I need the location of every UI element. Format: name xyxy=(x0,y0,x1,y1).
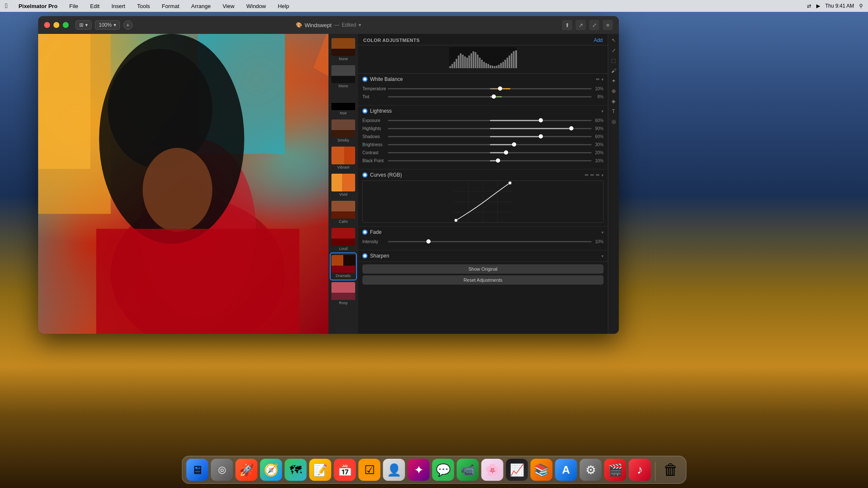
dock-maps[interactable]: 🗺 xyxy=(285,459,307,481)
tool-color-picker[interactable]: ◎ xyxy=(609,117,618,126)
curves-channel1[interactable]: ✏ xyxy=(590,172,594,178)
menu-format[interactable]: Format xyxy=(159,2,182,10)
preset-calm[interactable]: Calm xyxy=(331,199,356,225)
tool-move[interactable]: ↖ xyxy=(609,36,618,45)
share-button[interactable]: ⬆ xyxy=(562,20,572,30)
dock-calendar[interactable]: 📅 xyxy=(334,459,356,481)
crop-button[interactable]: ⤢ xyxy=(589,20,599,30)
menubar-search[interactable]: ⚲ xyxy=(859,3,863,9)
dock-finder[interactable]: 🖥 xyxy=(186,459,209,481)
menu-view[interactable]: View xyxy=(220,2,237,10)
show-original-button[interactable]: Show Original xyxy=(362,264,604,274)
preset-loud[interactable]: Loud xyxy=(331,226,356,252)
blackpoint-slider[interactable] xyxy=(388,158,592,164)
fade-toggle[interactable] xyxy=(362,230,367,235)
exposure-slider[interactable] xyxy=(388,117,592,123)
preset-vibrant[interactable]: Vibrant xyxy=(331,145,356,171)
dock-music[interactable]: ♪ xyxy=(629,459,651,481)
temperature-thumb[interactable] xyxy=(498,86,502,91)
dock-siri[interactable]: ◎ xyxy=(211,459,233,481)
curves-toggle[interactable] xyxy=(362,172,367,177)
menu-file[interactable]: File xyxy=(67,2,81,10)
app-name[interactable]: Pixelmator Pro xyxy=(16,2,60,10)
exposure-thumb[interactable] xyxy=(539,118,543,122)
preset-dramatic[interactable]: Dramatic xyxy=(331,253,356,280)
fullscreen-button[interactable] xyxy=(63,22,69,28)
menu-arrange[interactable]: Arrange xyxy=(189,2,213,10)
contrast-thumb[interactable] xyxy=(504,150,508,155)
intensity-thumb[interactable] xyxy=(426,239,431,244)
brightness-thumb[interactable] xyxy=(512,142,516,147)
shadows-slider[interactable] xyxy=(388,133,592,139)
dock-pixelmator[interactable]: ✦ xyxy=(408,459,430,481)
curves-rgb-icon[interactable]: ✏ xyxy=(585,172,589,178)
tool-crop[interactable]: ⤢ xyxy=(609,46,618,55)
reset-adjustments-button[interactable]: Reset Adjustments xyxy=(362,275,604,285)
intensity-slider[interactable] xyxy=(388,238,592,244)
close-button[interactable] xyxy=(44,22,50,28)
preset-rosy[interactable]: Rosy xyxy=(331,280,356,307)
sharpen-toggle[interactable] xyxy=(362,253,367,258)
dock-stocks[interactable]: 📈 xyxy=(506,459,528,481)
dock-contacts[interactable]: 👤 xyxy=(383,459,405,481)
tint-thumb[interactable] xyxy=(492,94,496,99)
menu-insert[interactable]: Insert xyxy=(109,2,128,10)
dock-reminders[interactable]: ☑ xyxy=(359,459,381,481)
preset-vivid-thumb xyxy=(331,174,355,191)
lightness-toggle[interactable] xyxy=(362,108,367,114)
highlights-thumb[interactable] xyxy=(569,126,573,130)
tool-paint[interactable]: 🖌 xyxy=(609,66,618,75)
preset-mono[interactable]: Mono xyxy=(331,64,356,90)
export-button[interactable]: ↗ xyxy=(576,20,586,30)
dock-appstore[interactable]: A xyxy=(555,459,577,481)
white-balance-header[interactable]: White Balance ✏ ▾ xyxy=(358,74,608,85)
dock-facetime[interactable]: 📹 xyxy=(457,459,479,481)
dock-notes[interactable]: 📝 xyxy=(309,459,331,481)
svg-rect-23 xyxy=(331,211,355,219)
tool-retouch[interactable]: ◈ xyxy=(609,97,618,106)
dock-books[interactable]: 📚 xyxy=(531,459,553,481)
preset-noir[interactable]: Noir xyxy=(331,91,356,117)
dock-messages[interactable]: 💬 xyxy=(432,459,454,481)
menu-edit[interactable]: Edit xyxy=(88,2,102,10)
tool-select[interactable]: ⬚ xyxy=(609,56,618,65)
white-balance-toggle[interactable] xyxy=(362,77,367,82)
sharpen-header[interactable]: Sharpen ▾ xyxy=(358,250,608,261)
view-mode-button[interactable]: ⊞ ▾ xyxy=(75,20,92,30)
dock-iflicks[interactable]: 🎬 xyxy=(604,459,626,481)
preset-vivid[interactable]: Vivid xyxy=(331,172,356,198)
tool-heal[interactable]: ✦ xyxy=(609,76,618,86)
canvas-area[interactable] xyxy=(38,34,328,334)
highlights-slider[interactable] xyxy=(388,125,592,131)
dock-photos[interactable]: 🌸 xyxy=(481,459,504,481)
curves-canvas[interactable] xyxy=(362,180,604,223)
add-adjustment-button[interactable]: Add xyxy=(594,37,603,43)
shadows-thumb[interactable] xyxy=(539,134,543,139)
apple-menu[interactable]:  xyxy=(5,2,8,10)
curves-header[interactable]: Curves (RGB) ✏ ✏ ✏ ▾ xyxy=(358,169,608,180)
preset-smoky[interactable]: Smoky xyxy=(331,118,356,144)
minimize-button[interactable] xyxy=(53,22,59,28)
curves-channel2[interactable]: ✏ xyxy=(596,172,600,178)
white-balance-eyedropper[interactable]: ✏ xyxy=(596,77,600,82)
temperature-slider[interactable] xyxy=(388,86,592,92)
menu-window[interactable]: Window xyxy=(244,2,268,10)
tool-clone[interactable]: ⊕ xyxy=(609,86,618,96)
fade-header[interactable]: Fade ▾ xyxy=(358,227,608,238)
dock-safari[interactable]: 🧭 xyxy=(260,459,282,481)
dock-system-preferences[interactable]: ⚙ xyxy=(580,459,602,481)
brightness-slider[interactable] xyxy=(388,141,592,147)
tool-text[interactable]: T xyxy=(609,107,618,116)
more-button[interactable]: ≡ xyxy=(603,20,613,30)
menu-help[interactable]: Help xyxy=(275,2,292,10)
blackpoint-thumb[interactable] xyxy=(496,158,500,163)
dock-launchpad[interactable]: 🚀 xyxy=(236,459,258,481)
preset-none[interactable]: None xyxy=(331,36,356,63)
lightness-header[interactable]: Lightness ▾ xyxy=(358,105,608,116)
dock-trash[interactable]: 🗑 xyxy=(660,459,682,481)
contrast-slider[interactable] xyxy=(388,150,592,155)
zoom-display[interactable]: 100% ▾ xyxy=(95,20,120,30)
add-layer-button[interactable]: + xyxy=(123,20,133,30)
tint-slider[interactable] xyxy=(388,94,592,100)
menu-tools[interactable]: Tools xyxy=(134,2,152,10)
